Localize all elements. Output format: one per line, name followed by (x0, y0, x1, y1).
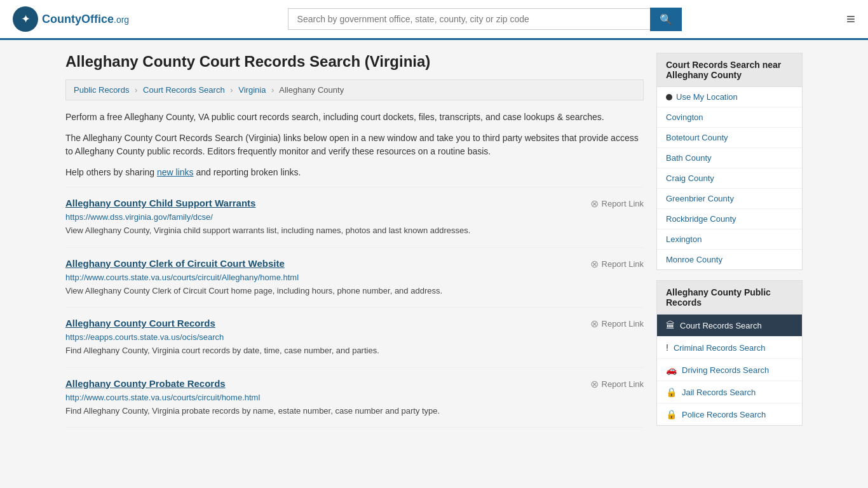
results-list: Alleghany County Child Support Warrants … (65, 187, 644, 428)
report-link-0[interactable]: ⊗ Report Link (590, 198, 644, 210)
nav-label-0: Court Records Search (680, 321, 762, 330)
result-header: Alleghany County Court Records ⊗ Report … (65, 318, 644, 330)
result-item: Alleghany County Clerk of Circuit Court … (65, 248, 644, 308)
nav-item-0[interactable]: 🏛Court Records Search (657, 315, 802, 337)
nav-item-2[interactable]: 🚗Driving Records Search (657, 359, 802, 381)
result-url-0: https://www.dss.virginia.gov/family/dcse… (65, 212, 644, 222)
report-icon-0: ⊗ (590, 198, 599, 210)
nearby-link-5[interactable]: Rockbridge County (666, 214, 736, 224)
public-records-header: Alleghany County Public Records (657, 281, 802, 315)
breadcrumb-alleghany: Alleghany County (279, 85, 344, 95)
nearby-link-item: Monroe County (657, 250, 802, 269)
result-item: Alleghany County Court Records ⊗ Report … (65, 308, 644, 368)
nearby-link-item: Lexington (657, 229, 802, 250)
nav-link-4[interactable]: Police Records Search (682, 410, 766, 419)
nav-icon-4: 🔒 (666, 409, 677, 419)
report-icon-2: ⊗ (590, 318, 599, 330)
intro-paragraph-1: Perform a free Alleghany County, VA publ… (65, 111, 644, 124)
use-location-link[interactable]: Use My Location (676, 92, 738, 102)
breadcrumb-sep-3: › (271, 85, 274, 95)
result-title-3[interactable]: Alleghany County Probate Records (65, 378, 226, 389)
nav-item-1[interactable]: !Criminal Records Search (657, 337, 802, 359)
intro-paragraph-2: The Alleghany County Court Records Searc… (65, 132, 644, 158)
new-links-link[interactable]: new links (157, 167, 194, 177)
nav-icon-3: 🔒 (666, 387, 677, 397)
nearby-link-item: Botetourt County (657, 128, 802, 148)
breadcrumb-sep-2: › (230, 85, 233, 95)
site-header: ✦ CountyOffice.org 🔍 ≡ (0, 0, 868, 40)
nav-icon-0: 🏛 (666, 320, 675, 330)
nearby-link-item: Craig County (657, 168, 802, 189)
nearby-link-2[interactable]: Bath County (666, 153, 712, 163)
report-icon-3: ⊗ (590, 378, 599, 390)
nav-icon-1: ! (666, 342, 668, 353)
search-button[interactable]: 🔍 (650, 8, 682, 31)
main-container: Alleghany County Court Records Search (V… (53, 40, 815, 449)
search-area: 🔍 (288, 8, 682, 31)
nearby-link-4[interactable]: Greenbrier County (666, 194, 734, 203)
nearby-links-list: CovingtonBotetourt CountyBath CountyCrai… (657, 107, 802, 269)
report-icon-1: ⊗ (590, 258, 599, 270)
nearby-link-item: Bath County (657, 148, 802, 168)
breadcrumb-sep-1: › (135, 85, 137, 95)
result-item: Alleghany County Child Support Warrants … (65, 187, 644, 248)
nearby-link-item: Covington (657, 107, 802, 128)
result-header: Alleghany County Clerk of Circuit Court … (65, 258, 644, 270)
logo-icon: ✦ (13, 6, 38, 32)
menu-icon: ≡ (846, 10, 855, 27)
sidebar: Court Records Search near Alleghany Coun… (656, 53, 803, 436)
breadcrumb-virginia[interactable]: Virginia (238, 85, 266, 95)
report-link-2[interactable]: ⊗ Report Link (590, 318, 644, 330)
nearby-link-3[interactable]: Craig County (666, 173, 714, 183)
intro-paragraph-3: Help others by sharing new links and rep… (65, 166, 644, 179)
content-area: Alleghany County Court Records Search (V… (65, 53, 644, 436)
result-title-1[interactable]: Alleghany County Clerk of Circuit Court … (65, 258, 285, 269)
nav-link-2[interactable]: Driving Records Search (682, 365, 769, 375)
menu-button[interactable]: ≡ (846, 10, 855, 28)
report-link-3[interactable]: ⊗ Report Link (590, 378, 644, 390)
result-header: Alleghany County Probate Records ⊗ Repor… (65, 378, 644, 390)
result-desc-3: Find Alleghany County, Virginia probate … (65, 405, 644, 417)
use-location-item[interactable]: Use My Location (657, 87, 802, 107)
nearby-section: Court Records Search near Alleghany Coun… (656, 53, 803, 270)
nav-link-3[interactable]: Jail Records Search (682, 388, 756, 397)
result-desc-1: View Alleghany County Clerk of Circuit C… (65, 285, 644, 297)
breadcrumb-court-records-search[interactable]: Court Records Search (143, 85, 225, 95)
nav-item-4[interactable]: 🔒Police Records Search (657, 403, 802, 425)
nearby-link-item: Greenbrier County (657, 189, 802, 209)
result-desc-0: View Alleghany County, Virginia child su… (65, 224, 644, 237)
nearby-link-6[interactable]: Lexington (666, 234, 702, 244)
breadcrumb-public-records[interactable]: Public Records (74, 85, 129, 95)
nav-link-1[interactable]: Criminal Records Search (674, 343, 766, 353)
report-link-1[interactable]: ⊗ Report Link (590, 258, 644, 270)
location-dot-icon (666, 94, 672, 100)
result-url-1: http://www.courts.state.va.us/courts/cir… (65, 273, 644, 282)
page-title: Alleghany County Court Records Search (V… (65, 53, 644, 71)
nearby-link-0[interactable]: Covington (666, 112, 703, 122)
nav-items-list: 🏛Court Records Search!Criminal Records S… (657, 315, 802, 425)
nearby-link-item: Rockbridge County (657, 209, 802, 229)
nearby-link-1[interactable]: Botetourt County (666, 133, 728, 142)
nearby-header: Court Records Search near Alleghany Coun… (657, 53, 802, 87)
nav-item-3[interactable]: 🔒Jail Records Search (657, 381, 802, 403)
breadcrumb: Public Records › Court Records Search › … (65, 79, 644, 100)
result-header: Alleghany County Child Support Warrants … (65, 198, 644, 210)
result-desc-2: Find Alleghany County, Virginia court re… (65, 344, 644, 357)
search-input[interactable] (288, 8, 650, 30)
nearby-link-7[interactable]: Monroe County (666, 255, 722, 264)
result-url-3: http://www.courts.state.va.us/courts/cir… (65, 393, 644, 402)
logo-text: CountyOffice.org (42, 13, 129, 26)
result-title-2[interactable]: Alleghany County Court Records (65, 318, 215, 329)
result-item: Alleghany County Probate Records ⊗ Repor… (65, 368, 644, 428)
result-title-0[interactable]: Alleghany County Child Support Warrants (65, 198, 255, 208)
nav-icon-2: 🚗 (666, 365, 677, 375)
logo[interactable]: ✦ CountyOffice.org (13, 6, 129, 32)
public-records-section: Alleghany County Public Records 🏛Court R… (656, 280, 803, 426)
result-url-2: https://eapps.courts.state.va.us/ocis/se… (65, 332, 644, 342)
search-icon: 🔍 (660, 14, 672, 25)
